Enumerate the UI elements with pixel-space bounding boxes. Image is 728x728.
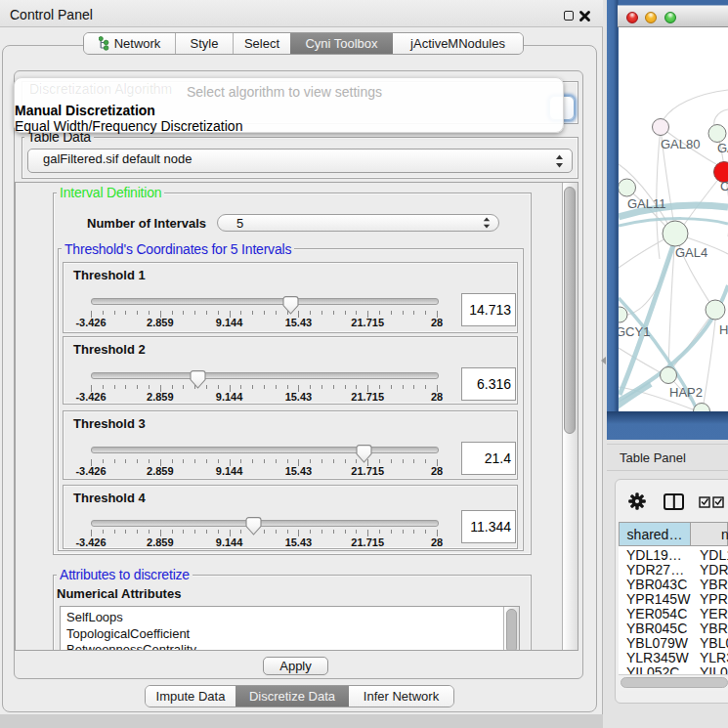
svg-text:GA: GA [717,141,728,155]
svg-text:H: H [719,322,728,337]
svg-text:HAP2: HAP2 [669,385,703,400]
svg-text:GAL4: GAL4 [675,245,707,260]
svg-text:GCY1: GCY1 [619,324,650,339]
svg-text:GAL11: GAL11 [627,196,666,211]
svg-text:GAL80: GAL80 [661,137,700,151]
svg-text:C: C [720,179,728,193]
